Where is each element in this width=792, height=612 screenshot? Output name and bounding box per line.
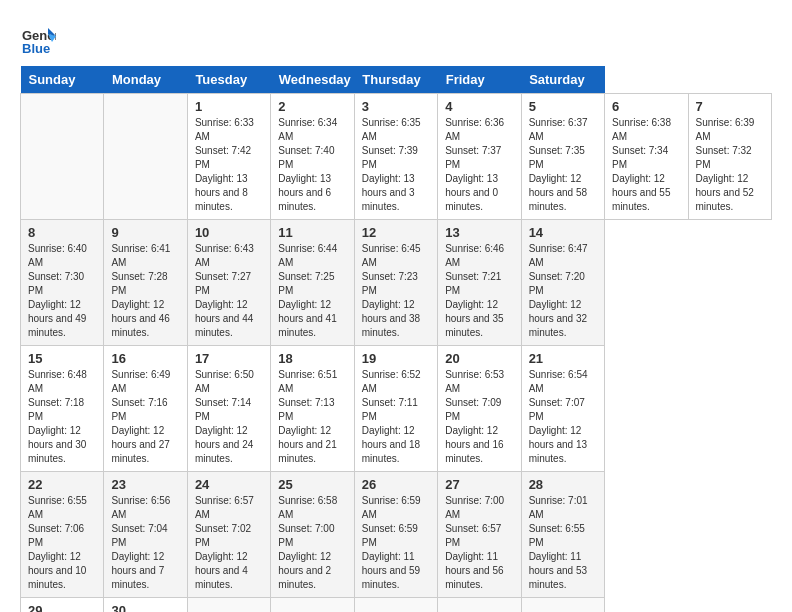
column-header-tuesday: Tuesday — [187, 66, 270, 94]
calendar-cell: 30 Sunrise: 7:04 AMSunset: 6:52 PMDaylig… — [104, 598, 187, 613]
calendar-cell: 24 Sunrise: 6:57 AMSunset: 7:02 PMDaylig… — [187, 472, 270, 598]
calendar-cell: 29 Sunrise: 7:03 AMSunset: 6:53 PMDaylig… — [21, 598, 104, 613]
day-number: 12 — [362, 225, 430, 240]
day-number: 2 — [278, 99, 346, 114]
day-number: 15 — [28, 351, 96, 366]
day-number: 8 — [28, 225, 96, 240]
day-info: Sunrise: 6:46 AMSunset: 7:21 PMDaylight:… — [445, 242, 513, 340]
calendar-cell: 8 Sunrise: 6:40 AMSunset: 7:30 PMDayligh… — [21, 220, 104, 346]
day-number: 27 — [445, 477, 513, 492]
day-number: 17 — [195, 351, 263, 366]
calendar-cell: 12 Sunrise: 6:45 AMSunset: 7:23 PMDaylig… — [354, 220, 437, 346]
day-info: Sunrise: 6:53 AMSunset: 7:09 PMDaylight:… — [445, 368, 513, 466]
day-info: Sunrise: 6:38 AMSunset: 7:34 PMDaylight:… — [612, 116, 680, 214]
day-number: 28 — [529, 477, 597, 492]
calendar-cell: 26 Sunrise: 6:59 AMSunset: 6:59 PMDaylig… — [354, 472, 437, 598]
calendar-cell: 9 Sunrise: 6:41 AMSunset: 7:28 PMDayligh… — [104, 220, 187, 346]
day-info: Sunrise: 6:41 AMSunset: 7:28 PMDaylight:… — [111, 242, 179, 340]
calendar-cell-empty — [21, 94, 104, 220]
calendar-table: SundayMondayTuesdayWednesdayThursdayFrid… — [20, 66, 772, 612]
day-info: Sunrise: 6:54 AMSunset: 7:07 PMDaylight:… — [529, 368, 597, 466]
calendar-cell — [438, 598, 521, 613]
day-info: Sunrise: 6:33 AMSunset: 7:42 PMDaylight:… — [195, 116, 263, 214]
day-number: 23 — [111, 477, 179, 492]
calendar-cell: 16 Sunrise: 6:49 AMSunset: 7:16 PMDaylig… — [104, 346, 187, 472]
calendar-cell: 1 Sunrise: 6:33 AMSunset: 7:42 PMDayligh… — [187, 94, 270, 220]
day-number: 18 — [278, 351, 346, 366]
calendar-week-5: 29 Sunrise: 7:03 AMSunset: 6:53 PMDaylig… — [21, 598, 772, 613]
day-number: 22 — [28, 477, 96, 492]
day-info: Sunrise: 6:49 AMSunset: 7:16 PMDaylight:… — [111, 368, 179, 466]
calendar-cell: 27 Sunrise: 7:00 AMSunset: 6:57 PMDaylig… — [438, 472, 521, 598]
day-number: 24 — [195, 477, 263, 492]
calendar-cell — [271, 598, 354, 613]
calendar-cell: 28 Sunrise: 7:01 AMSunset: 6:55 PMDaylig… — [521, 472, 604, 598]
day-number: 14 — [529, 225, 597, 240]
day-info: Sunrise: 6:47 AMSunset: 7:20 PMDaylight:… — [529, 242, 597, 340]
calendar-cell: 3 Sunrise: 6:35 AMSunset: 7:39 PMDayligh… — [354, 94, 437, 220]
day-number: 6 — [612, 99, 680, 114]
calendar-cell: 25 Sunrise: 6:58 AMSunset: 7:00 PMDaylig… — [271, 472, 354, 598]
calendar-cell: 14 Sunrise: 6:47 AMSunset: 7:20 PMDaylig… — [521, 220, 604, 346]
calendar-cell: 19 Sunrise: 6:52 AMSunset: 7:11 PMDaylig… — [354, 346, 437, 472]
calendar-cell — [187, 598, 270, 613]
calendar-week-4: 22 Sunrise: 6:55 AMSunset: 7:06 PMDaylig… — [21, 472, 772, 598]
day-number: 13 — [445, 225, 513, 240]
column-header-saturday: Saturday — [521, 66, 604, 94]
day-number: 19 — [362, 351, 430, 366]
day-info: Sunrise: 6:58 AMSunset: 7:00 PMDaylight:… — [278, 494, 346, 592]
logo: General Blue — [20, 20, 60, 56]
calendar-cell: 7 Sunrise: 6:39 AMSunset: 7:32 PMDayligh… — [688, 94, 772, 220]
day-number: 25 — [278, 477, 346, 492]
day-number: 16 — [111, 351, 179, 366]
calendar-cell: 18 Sunrise: 6:51 AMSunset: 7:13 PMDaylig… — [271, 346, 354, 472]
day-info: Sunrise: 6:43 AMSunset: 7:27 PMDaylight:… — [195, 242, 263, 340]
calendar-week-3: 15 Sunrise: 6:48 AMSunset: 7:18 PMDaylig… — [21, 346, 772, 472]
day-info: Sunrise: 6:37 AMSunset: 7:35 PMDaylight:… — [529, 116, 597, 214]
calendar-cell-empty — [104, 94, 187, 220]
calendar-cell: 21 Sunrise: 6:54 AMSunset: 7:07 PMDaylig… — [521, 346, 604, 472]
day-info: Sunrise: 6:51 AMSunset: 7:13 PMDaylight:… — [278, 368, 346, 466]
calendar-week-2: 8 Sunrise: 6:40 AMSunset: 7:30 PMDayligh… — [21, 220, 772, 346]
day-number: 26 — [362, 477, 430, 492]
day-number: 3 — [362, 99, 430, 114]
calendar-cell — [521, 598, 604, 613]
column-header-friday: Friday — [438, 66, 521, 94]
day-number: 11 — [278, 225, 346, 240]
day-info: Sunrise: 6:52 AMSunset: 7:11 PMDaylight:… — [362, 368, 430, 466]
day-number: 7 — [696, 99, 765, 114]
column-header-thursday: Thursday — [354, 66, 437, 94]
day-number: 21 — [529, 351, 597, 366]
day-info: Sunrise: 6:55 AMSunset: 7:06 PMDaylight:… — [28, 494, 96, 592]
day-number: 1 — [195, 99, 263, 114]
day-number: 20 — [445, 351, 513, 366]
day-info: Sunrise: 6:39 AMSunset: 7:32 PMDaylight:… — [696, 116, 765, 214]
day-info: Sunrise: 7:00 AMSunset: 6:57 PMDaylight:… — [445, 494, 513, 592]
calendar-cell: 10 Sunrise: 6:43 AMSunset: 7:27 PMDaylig… — [187, 220, 270, 346]
page-header: General Blue — [20, 20, 772, 56]
day-info: Sunrise: 6:45 AMSunset: 7:23 PMDaylight:… — [362, 242, 430, 340]
day-info: Sunrise: 6:57 AMSunset: 7:02 PMDaylight:… — [195, 494, 263, 592]
calendar-header-row: SundayMondayTuesdayWednesdayThursdayFrid… — [21, 66, 772, 94]
day-info: Sunrise: 6:59 AMSunset: 6:59 PMDaylight:… — [362, 494, 430, 592]
calendar-cell: 4 Sunrise: 6:36 AMSunset: 7:37 PMDayligh… — [438, 94, 521, 220]
day-number: 4 — [445, 99, 513, 114]
column-header-sunday: Sunday — [21, 66, 104, 94]
calendar-body: 1 Sunrise: 6:33 AMSunset: 7:42 PMDayligh… — [21, 94, 772, 613]
column-header-monday: Monday — [104, 66, 187, 94]
day-number: 30 — [111, 603, 179, 612]
logo-icon: General Blue — [20, 20, 56, 56]
calendar-cell: 17 Sunrise: 6:50 AMSunset: 7:14 PMDaylig… — [187, 346, 270, 472]
column-header-wednesday: Wednesday — [271, 66, 354, 94]
calendar-cell: 22 Sunrise: 6:55 AMSunset: 7:06 PMDaylig… — [21, 472, 104, 598]
day-info: Sunrise: 6:35 AMSunset: 7:39 PMDaylight:… — [362, 116, 430, 214]
day-info: Sunrise: 6:36 AMSunset: 7:37 PMDaylight:… — [445, 116, 513, 214]
calendar-week-1: 1 Sunrise: 6:33 AMSunset: 7:42 PMDayligh… — [21, 94, 772, 220]
calendar-cell: 5 Sunrise: 6:37 AMSunset: 7:35 PMDayligh… — [521, 94, 604, 220]
day-number: 10 — [195, 225, 263, 240]
day-info: Sunrise: 6:50 AMSunset: 7:14 PMDaylight:… — [195, 368, 263, 466]
calendar-cell: 2 Sunrise: 6:34 AMSunset: 7:40 PMDayligh… — [271, 94, 354, 220]
day-number: 9 — [111, 225, 179, 240]
calendar-cell: 23 Sunrise: 6:56 AMSunset: 7:04 PMDaylig… — [104, 472, 187, 598]
day-number: 5 — [529, 99, 597, 114]
